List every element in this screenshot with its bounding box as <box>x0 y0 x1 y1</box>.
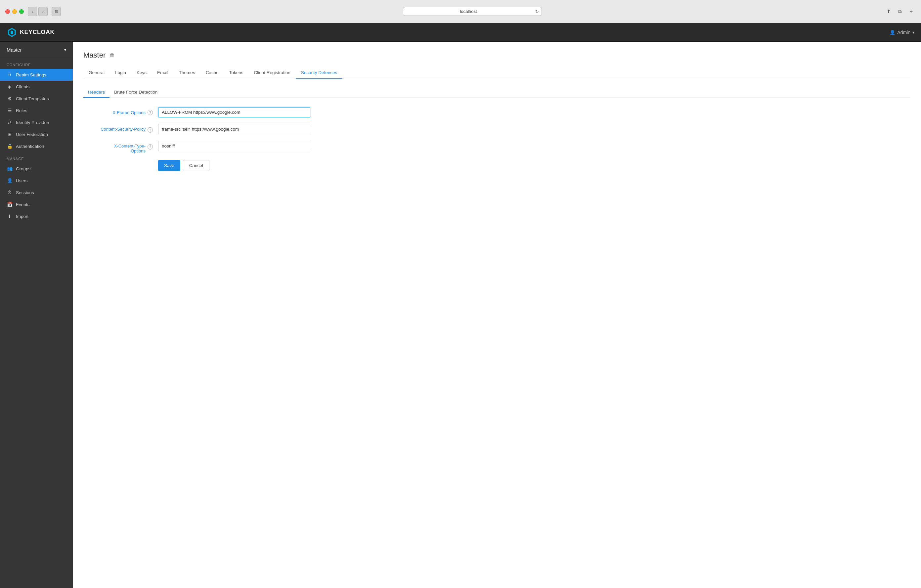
logo-icon <box>7 27 17 38</box>
sidebar-item-clients[interactable]: ◈ Clients <box>0 81 73 93</box>
client-templates-icon: ⚙ <box>7 96 13 102</box>
x-frame-options-help-icon[interactable]: ? <box>148 110 153 115</box>
realm-settings-icon: ⠿ <box>7 72 13 78</box>
realm-label: Master <box>7 47 22 53</box>
configure-section-label: Configure <box>0 58 73 69</box>
sidebar-item-users[interactable]: 👤 Users <box>0 175 73 187</box>
manage-section-label: Manage <box>0 152 73 163</box>
content-area: Master 🗑 General Login Keys Email Themes… <box>73 42 921 588</box>
page-header: Master 🗑 <box>83 51 910 60</box>
sidebar-item-label: Clients <box>16 84 29 89</box>
sub-tab-headers[interactable]: Headers <box>83 87 109 98</box>
sidebar-item-label: Realm Settings <box>16 72 46 77</box>
window-icon[interactable]: ⧉ <box>895 7 905 16</box>
tab-overview-button[interactable]: ⊡ <box>52 7 61 16</box>
address-bar[interactable]: localhost ↻ <box>403 7 542 16</box>
groups-icon: 👥 <box>7 166 13 172</box>
sidebar-item-sessions[interactable]: ⏱ Sessions <box>0 187 73 198</box>
main-tabs-bar: General Login Keys Email Themes Cache To… <box>83 67 910 79</box>
tab-cache[interactable]: Cache <box>200 67 224 79</box>
app-container: KEYCLOAK 👤 Admin ▾ Master ▾ Configure ⠿ … <box>0 23 921 588</box>
sidebar-item-label: Identity Providers <box>16 120 50 125</box>
address-bar-wrap: localhost ↻ <box>65 7 880 16</box>
sidebar-item-label: Groups <box>16 166 31 171</box>
form-group-x-frame-options: X-Frame-Options ? <box>83 107 910 117</box>
x-content-type-options-label-wrap: X-Content-Type-Options ? <box>83 141 153 153</box>
sidebar-item-label: Events <box>16 202 29 207</box>
content-security-policy-label: Content-Security-Policy <box>101 127 146 132</box>
x-frame-options-input[interactable] <box>158 107 310 117</box>
user-federation-icon: ⊞ <box>7 131 13 137</box>
share-icon[interactable]: ⬆ <box>884 7 893 16</box>
refresh-icon[interactable]: ↻ <box>535 9 539 14</box>
keycloak-logo: KEYCLOAK <box>7 27 55 38</box>
minimize-button[interactable] <box>12 9 17 14</box>
traffic-lights <box>5 9 24 14</box>
clients-icon: ◈ <box>7 84 13 89</box>
sidebar-item-roles[interactable]: ☰ Roles <box>0 104 73 116</box>
new-tab-icon[interactable]: ＋ <box>906 7 916 16</box>
content-security-policy-label-wrap: Content-Security-Policy ? <box>83 124 153 133</box>
user-icon: 👤 <box>890 30 895 35</box>
sidebar-item-events[interactable]: 📅 Events <box>0 198 73 210</box>
sessions-icon: ⏱ <box>7 190 13 195</box>
sidebar-item-label: User Federation <box>16 132 48 137</box>
sub-tabs-bar: Headers Brute Force Detection <box>83 87 910 98</box>
browser-chrome: ‹ › ⊡ localhost ↻ ⬆ ⧉ ＋ <box>0 0 921 23</box>
page-title: Master <box>83 51 106 60</box>
realm-selector[interactable]: Master ▾ <box>0 42 73 58</box>
users-icon: 👤 <box>7 178 13 184</box>
sidebar-item-import[interactable]: ⬇ Import <box>0 210 73 222</box>
form-group-x-content-type-options: X-Content-Type-Options ? <box>83 141 910 153</box>
tab-keys[interactable]: Keys <box>131 67 152 79</box>
browser-right-icons: ⬆ ⧉ ＋ <box>884 7 916 16</box>
nav-buttons: ‹ › <box>28 7 48 16</box>
sidebar-item-label: Authentication <box>16 144 44 149</box>
tab-themes[interactable]: Themes <box>174 67 200 79</box>
sidebar: Master ▾ Configure ⠿ Realm Settings ◈ Cl… <box>0 42 73 588</box>
tab-tokens[interactable]: Tokens <box>224 67 249 79</box>
sidebar-item-authentication[interactable]: 🔒 Authentication <box>0 140 73 152</box>
content-security-policy-input[interactable] <box>158 124 310 134</box>
identity-providers-icon: ⇄ <box>7 119 13 125</box>
sidebar-item-label: Sessions <box>16 190 34 195</box>
sidebar-item-label: Import <box>16 214 28 219</box>
sidebar-item-user-federation[interactable]: ⊞ User Federation <box>0 128 73 140</box>
close-button[interactable] <box>5 9 10 14</box>
save-button[interactable]: Save <box>158 160 180 171</box>
form-group-content-security-policy: Content-Security-Policy ? <box>83 124 910 134</box>
sidebar-item-groups[interactable]: 👥 Groups <box>0 163 73 175</box>
x-content-type-options-label: X-Content-Type-Options <box>114 143 146 153</box>
delete-realm-icon[interactable]: 🗑 <box>109 52 115 58</box>
authentication-icon: 🔒 <box>7 143 13 149</box>
form-actions: Save Cancel <box>158 160 910 171</box>
tab-client-registration[interactable]: Client Registration <box>249 67 295 79</box>
sub-tab-brute-force[interactable]: Brute Force Detection <box>109 87 162 98</box>
x-content-type-options-help-icon[interactable]: ? <box>148 144 153 149</box>
tab-email[interactable]: Email <box>152 67 174 79</box>
content-security-policy-help-icon[interactable]: ? <box>148 127 153 133</box>
admin-menu[interactable]: 👤 Admin ▾ <box>890 30 914 35</box>
security-defenses-form: X-Frame-Options ? Content-Security-Polic… <box>83 107 910 171</box>
chevron-down-icon: ▾ <box>913 30 914 35</box>
roles-icon: ☰ <box>7 107 13 114</box>
tab-general[interactable]: General <box>83 67 110 79</box>
x-frame-options-label-wrap: X-Frame-Options ? <box>83 107 153 115</box>
logo-text: KEYCLOAK <box>20 29 55 36</box>
sidebar-item-realm-settings[interactable]: ⠿ Realm Settings <box>0 69 73 81</box>
x-content-type-options-input[interactable] <box>158 141 310 151</box>
sidebar-item-client-templates[interactable]: ⚙ Client Templates <box>0 93 73 104</box>
x-frame-options-label: X-Frame-Options <box>112 110 146 115</box>
forward-button[interactable]: › <box>38 7 48 16</box>
top-navbar: KEYCLOAK 👤 Admin ▾ <box>0 23 921 42</box>
sidebar-item-label: Client Templates <box>16 96 49 101</box>
tab-security-defenses[interactable]: Security Defenses <box>296 67 343 79</box>
tab-login[interactable]: Login <box>110 67 131 79</box>
sidebar-item-identity-providers[interactable]: ⇄ Identity Providers <box>0 116 73 128</box>
realm-chevron-icon: ▾ <box>64 48 66 52</box>
main-area: Master ▾ Configure ⠿ Realm Settings ◈ Cl… <box>0 42 921 588</box>
cancel-button[interactable]: Cancel <box>183 160 210 171</box>
address-text: localhost <box>407 9 530 14</box>
maximize-button[interactable] <box>19 9 24 14</box>
back-button[interactable]: ‹ <box>28 7 37 16</box>
